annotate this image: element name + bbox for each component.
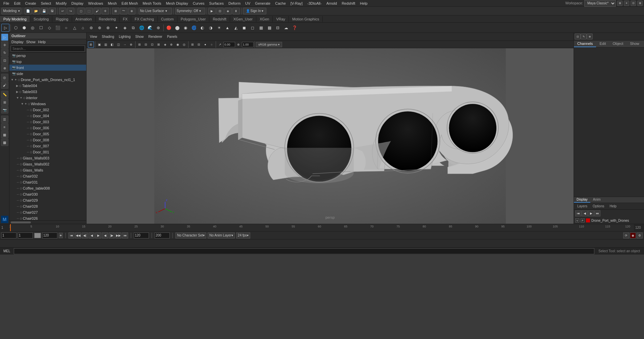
frame-end-input[interactable] [42,232,57,239]
color-icon3[interactable]: ◉ [181,24,190,32]
vt2-icon6[interactable]: ⊕ [128,42,134,48]
list-item[interactable]: → ◇ Chair032 [9,173,86,179]
color-icon4[interactable]: 🌀 [190,24,198,32]
menu-redshift[interactable]: Redshift [340,1,357,6]
outliner-menu-help[interactable]: Help [38,40,46,44]
lasso-tool[interactable]: ⬚ [86,8,93,14]
menu-select[interactable]: Select [39,1,53,6]
live-surface-dropdown[interactable]: No Live Surface ▾ [139,8,172,14]
color-icon2[interactable]: ⬤ [173,24,181,32]
mesh-icon6[interactable]: ⬛ [54,24,62,32]
gamma-mode-select[interactable]: sRGB gamma ▾ [256,42,282,47]
tab-edit[interactable]: Edit [596,41,609,47]
tab-anim[interactable]: Anim [590,197,603,203]
vt-lighting[interactable]: Lighting [117,35,132,39]
vt-shading[interactable]: Shading [100,35,116,39]
measure-tool[interactable]: 📏 [1,91,8,98]
display-layer-btn4[interactable]: ▩ [1,139,8,146]
layer-visible-toggle[interactable]: V [575,218,579,222]
vt2-icon7[interactable]: ⊞ [137,42,143,48]
list-item[interactable]: ▼ ✦ ◇ Windows [9,101,86,107]
color-icon10[interactable]: ◼ [240,24,248,32]
menu-create[interactable]: Create [23,1,38,6]
tab-show[interactable]: Show [627,41,643,47]
list-item[interactable]: → ◇ Door_004 [9,113,86,119]
fps-dropdown[interactable]: 24 fps ▾ [236,232,250,239]
color-icon7[interactable]: ☀ [215,24,223,32]
vt2-icon18[interactable]: ○ [209,42,215,48]
layer-playback-toggle[interactable]: P [581,218,585,222]
list-item[interactable]: → ◇ Chair031 [9,179,86,185]
vt2-icon2[interactable]: ▥ [103,42,109,48]
workspace-btn2[interactable]: ≡ [624,1,629,6]
workspace-btn3[interactable]: ⊡ [631,1,636,6]
list-item[interactable]: 📷 side [9,71,86,77]
list-item[interactable]: → ◇ Chair027 [9,209,86,215]
render-seq[interactable]: ⊡ [216,8,224,14]
tab-sculpting[interactable]: Sculpting [30,16,52,22]
tab-polygons-user[interactable]: Polygons_User [177,16,210,22]
tab-rendering[interactable]: Rendering [96,16,120,22]
pb-last[interactable]: ⏭ [122,232,128,239]
mesh-icon7[interactable]: ○ [62,24,70,32]
menu-edit-mesh[interactable]: Edit Mesh [119,1,140,6]
mesh-icon11[interactable]: ⊕ [96,24,104,32]
vt2-cam2[interactable]: ⊕ [235,42,241,48]
display-layer-btn3[interactable]: ▦ [1,131,8,138]
mesh-icon14[interactable]: ◈ [121,24,129,32]
timeline[interactable]: 1 1 5 10 15 20 25 30 35 40 45 50 55 60 6… [0,224,644,231]
display-layer-btn[interactable]: ☰ [1,116,8,123]
tab-display[interactable]: Display [574,197,590,203]
tab-object[interactable]: Object [609,41,627,47]
snap-point[interactable]: ⊕ [128,8,136,14]
select-tool-btn[interactable]: ▷ [1,33,8,41]
select-tool[interactable]: ◻ [77,8,85,14]
save-btn[interactable]: 💾 [41,8,48,14]
menu-file[interactable]: File [1,1,11,6]
tab-help[interactable]: Help [607,204,619,209]
pb-step-back[interactable]: ◀◀ [75,232,81,239]
list-item[interactable]: 📷 front [9,65,86,71]
pb-prev[interactable]: ◀ [89,232,95,239]
list-item[interactable]: → ◇ Door_007 [9,143,86,149]
tab-layers[interactable]: Layers [575,204,589,209]
list-item[interactable]: → ◇ Chair028 [9,203,86,209]
keying-btn[interactable]: ⟳ [623,232,629,239]
anim-end-input[interactable] [155,232,170,239]
pref-btn[interactable]: ⚙ [637,232,643,239]
list-item[interactable]: → ◇ Coffee_table008 [9,185,86,191]
open-btn[interactable]: 📂 [33,8,40,14]
tab-motion-graphics[interactable]: Motion Graphics [289,16,323,22]
color-icon9[interactable]: ◭ [232,24,240,32]
tab-custom[interactable]: Custom [158,16,177,22]
camera-tool[interactable]: 📷 [1,106,8,114]
symmetry-dropdown[interactable]: Symmetry: Off ▾ [175,8,205,14]
list-item[interactable]: ▶ ◇ Table004 [9,83,86,89]
vt2-icon15[interactable]: ⊞ [190,42,196,48]
color-icon14[interactable]: ⊟ [274,24,282,32]
mesh-icon17[interactable]: 🌊 [146,24,154,32]
list-item[interactable]: 📷 top [9,59,86,65]
layer-first[interactable]: ⏮ [575,210,581,216]
rp-icon3[interactable]: ⊕ [587,33,593,40]
tab-channels[interactable]: Channels [574,41,596,47]
pb-first[interactable]: ⏮ [68,232,74,239]
tab-poly-modeling[interactable]: Poly Modeling [0,16,30,22]
menu-arnold[interactable]: Arnold [324,1,339,6]
list-item[interactable]: → ◇ Door_002 [9,107,86,113]
list-item[interactable]: → ◇ Glass_Walls002 [9,161,86,167]
color-icon11[interactable]: ◻ [249,24,257,32]
move-tool-btn[interactable]: ✛ [1,41,8,49]
menu-vray[interactable]: [V-Ray] [288,1,305,6]
outliner-menu-display[interactable]: Display [11,40,23,44]
list-item[interactable]: → ◇ Chair029 [9,197,86,203]
workspace-btn1[interactable]: ⊞ [617,1,623,6]
layer-color-swatch[interactable] [586,218,590,222]
render-btn[interactable]: ▶ [208,8,216,14]
pb-next-key[interactable]: |▶ [109,232,115,239]
list-item[interactable]: → ◇ Glass_Walls003 [9,155,86,161]
paint-select[interactable]: 🖌 [94,8,101,14]
menu-generate[interactable]: Generate [253,1,272,6]
camera-value-input[interactable] [223,42,235,47]
menu-curves[interactable]: Curves [191,1,207,6]
